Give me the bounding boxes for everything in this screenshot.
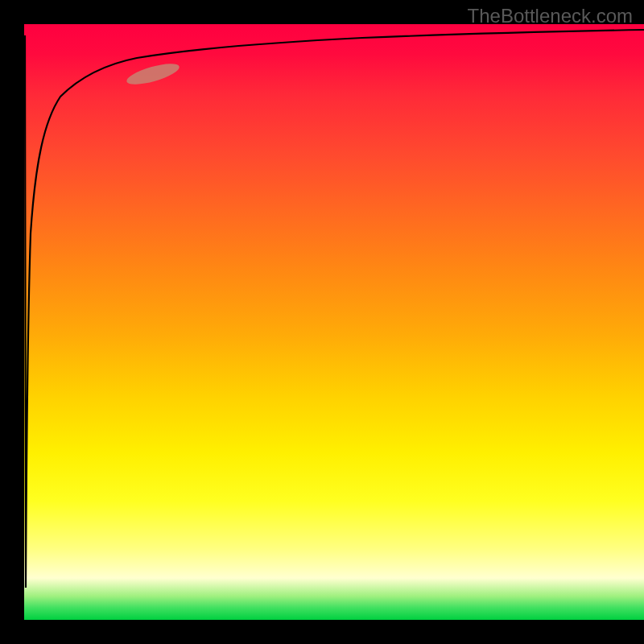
plot-area bbox=[24, 24, 644, 620]
attribution-label: TheBottleneck.com bbox=[468, 5, 633, 27]
svg-point-0 bbox=[125, 60, 181, 89]
highlight-segment bbox=[125, 60, 181, 89]
curve-svg bbox=[24, 24, 644, 620]
bottleneck-curve bbox=[25, 30, 644, 588]
